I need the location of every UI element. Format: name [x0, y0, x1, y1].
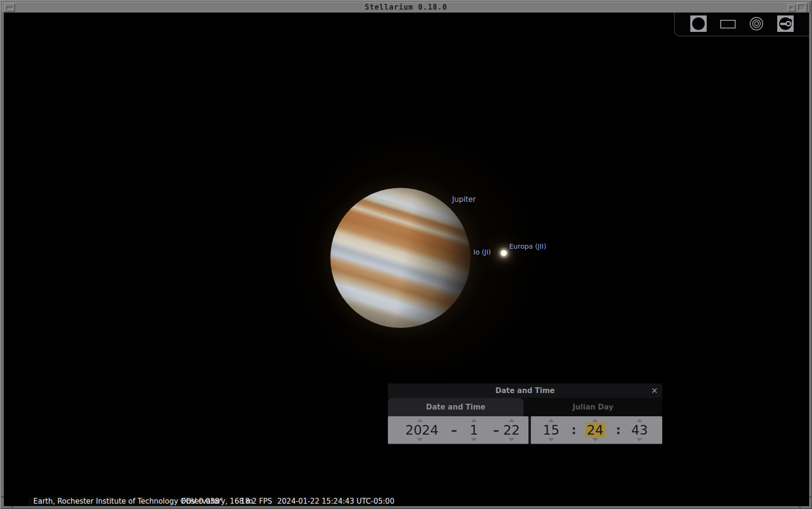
day-up-arrow-icon[interactable] [509, 419, 514, 422]
hour-spinner: 15 [537, 416, 566, 444]
minute-up-arrow-icon[interactable] [592, 419, 598, 422]
status-fps: 18.2 FPS [241, 497, 272, 506]
second-up-arrow-icon[interactable] [637, 419, 642, 422]
hour-value[interactable]: 15 [537, 423, 566, 438]
dialog-tab-strip: Date and Time Julian Day [388, 398, 662, 416]
europa-label: Europa (JII) [509, 242, 546, 250]
hour-down-arrow-icon[interactable] [548, 438, 554, 441]
sky-canvas[interactable]: Jupiter Io (JI) Europa (JII) Date and Ti… [4, 13, 809, 506]
ccd-frame-icon[interactable] [720, 20, 736, 28]
oculars-toolbar [674, 13, 809, 36]
window-title: Stellarium 0.18.0 [2, 2, 810, 13]
hour-up-arrow-icon[interactable] [548, 419, 554, 422]
month-up-arrow-icon[interactable] [471, 419, 477, 422]
status-datetime: 2024-01-22 15:24:43 UTC-05:00 [277, 497, 394, 506]
year-spinner: 2024 [405, 416, 434, 444]
dialog-title: Date and Time [388, 383, 662, 398]
window-menu-icon [7, 7, 13, 10]
io-label: Io (JI) [473, 248, 491, 256]
window-iconify-button[interactable] [787, 4, 796, 12]
second-value[interactable]: 43 [625, 423, 654, 438]
window-maximize-button[interactable] [797, 3, 808, 13]
telrad-icon[interactable] [750, 17, 763, 30]
ocular-lens-shape [692, 17, 705, 30]
date-time-dialog: Date and Time ✕ Date and Time Julian Day… [388, 383, 662, 445]
month-value[interactable]: 1 [459, 423, 488, 438]
europa-moon[interactable] [501, 250, 507, 256]
year-value[interactable]: 2024 [405, 423, 434, 438]
tab-date-and-time[interactable]: Date and Time [388, 398, 524, 416]
window-titlebar[interactable]: Stellarium 0.18.0 [2, 2, 810, 13]
status-bar: Earth, Rochester Institute of Technology… [28, 497, 389, 506]
window-maximize-icon [798, 5, 805, 11]
day-spinner: 22 [497, 416, 526, 444]
day-value[interactable]: 22 [497, 423, 526, 438]
second-spinner: 43 [625, 416, 654, 444]
day-down-arrow-icon[interactable] [509, 438, 514, 441]
tab-julian-day[interactable]: Julian Day [524, 398, 662, 416]
minute-down-arrow-icon[interactable] [592, 438, 598, 441]
time-separator: : [616, 423, 621, 438]
second-down-arrow-icon[interactable] [637, 438, 642, 441]
window-menu-button[interactable] [4, 3, 15, 12]
settings-circle-shape [779, 17, 792, 30]
ocular-view-icon[interactable] [690, 15, 707, 32]
year-up-arrow-icon[interactable] [417, 419, 423, 422]
telrad-inner-ring [754, 21, 759, 26]
year-down-arrow-icon[interactable] [417, 438, 423, 441]
close-icon[interactable]: ✕ [651, 385, 658, 396]
minute-value-selected[interactable]: 24 [581, 423, 610, 438]
jupiter-planet[interactable] [330, 188, 470, 328]
jupiter-label: Jupiter [452, 195, 476, 204]
month-down-arrow-icon[interactable] [471, 438, 477, 441]
window-iconify-icon [790, 7, 793, 10]
wrench-head-shape [785, 21, 791, 27]
window-frame: Stellarium 0.18.0 [0, 0, 812, 509]
time-separator: : [571, 423, 576, 438]
oculars-settings-icon[interactable] [777, 15, 794, 32]
month-spinner: 1 [459, 416, 488, 444]
date-separator: – [451, 423, 457, 438]
status-fov: FOV 0.038° [182, 497, 223, 506]
minute-spinner: 24 [581, 416, 610, 444]
